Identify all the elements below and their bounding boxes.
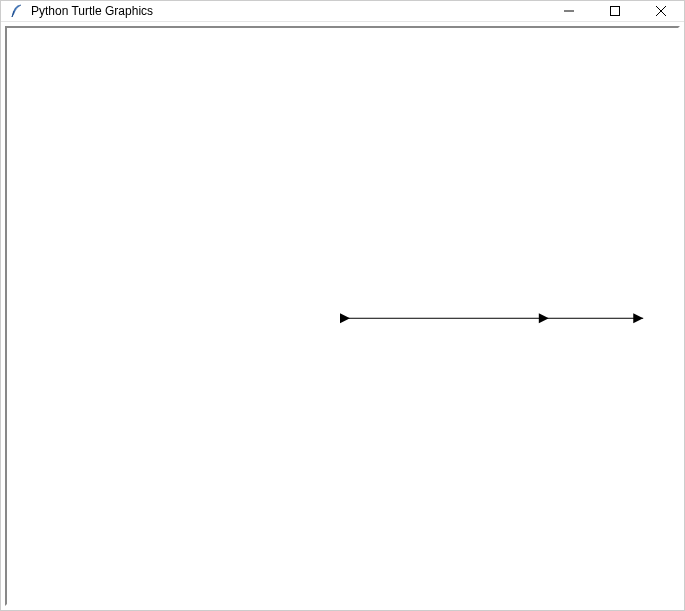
- window-title: Python Turtle Graphics: [31, 4, 546, 18]
- turtle-drawing: [7, 28, 678, 604]
- tk-feather-icon: [9, 3, 25, 19]
- titlebar: Python Turtle Graphics: [1, 1, 684, 22]
- close-button[interactable]: [638, 1, 684, 21]
- minimize-button[interactable]: [546, 1, 592, 21]
- window-controls: [546, 1, 684, 21]
- minimize-icon: [564, 6, 574, 16]
- svg-rect-1: [611, 7, 620, 16]
- turtle-arrowhead-0: [340, 314, 350, 324]
- maximize-button[interactable]: [592, 1, 638, 21]
- turtle-arrowhead-2: [633, 314, 643, 324]
- close-icon: [656, 6, 666, 16]
- maximize-icon: [610, 6, 620, 16]
- turtle-canvas: [7, 28, 678, 604]
- turtle-arrowhead-1: [539, 314, 549, 324]
- client-area: [5, 26, 680, 606]
- app-window: Python Turtle Graphics: [0, 0, 685, 611]
